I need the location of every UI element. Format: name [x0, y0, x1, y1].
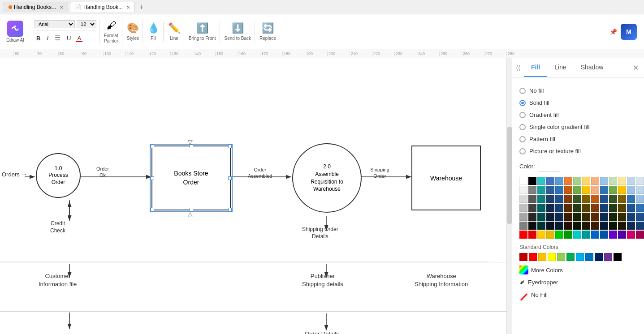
palette-cell[interactable]: [573, 222, 581, 230]
palette-cell[interactable]: [591, 177, 599, 185]
palette-cell[interactable]: [591, 222, 599, 230]
palette-cell[interactable]: [591, 231, 599, 239]
palette-cell[interactable]: [600, 177, 608, 185]
palette-cell[interactable]: [528, 222, 536, 230]
palette-cell[interactable]: [618, 186, 626, 194]
bring-to-front-section[interactable]: ⬆️ Bring to Front: [185, 21, 220, 43]
warehouse-node[interactable]: Warehouse: [411, 146, 481, 210]
palette-cell[interactable]: [618, 177, 626, 185]
tab-1-close[interactable]: ✕: [60, 5, 63, 10]
palette-cell[interactable]: [600, 222, 608, 230]
palette-cell[interactable]: [528, 195, 536, 203]
palette-cell[interactable]: [573, 195, 581, 203]
palette-cell[interactable]: [537, 177, 545, 185]
palette-cell[interactable]: [582, 213, 590, 221]
palette-cell[interactable]: [600, 213, 608, 221]
palette-cell[interactable]: [627, 213, 635, 221]
panel-expand-icon[interactable]: ⟨⟨: [512, 60, 524, 76]
send-to-back-section[interactable]: ⬇️ Send to Back: [221, 21, 255, 43]
more-colors-row[interactable]: More Colors: [519, 265, 637, 274]
palette-cell[interactable]: [564, 213, 572, 221]
panel-close-button[interactable]: ✕: [627, 60, 644, 76]
palette-cell[interactable]: [537, 231, 545, 239]
palette-cell[interactable]: [546, 213, 554, 221]
palette-cell[interactable]: [555, 195, 563, 203]
palette-cell[interactable]: [609, 195, 617, 203]
fill-option-no-fill[interactable]: No fill: [519, 85, 637, 97]
palette-cell[interactable]: [618, 222, 626, 230]
palette-cell[interactable]: [636, 195, 644, 203]
palette-cell[interactable]: [627, 222, 635, 230]
no-fill-radio[interactable]: [519, 88, 526, 94]
palette-cell[interactable]: [555, 186, 563, 194]
palette-cell[interactable]: [609, 177, 617, 185]
palette-cell[interactable]: [528, 177, 536, 185]
standard-color-cell[interactable]: [576, 253, 584, 261]
palette-cell[interactable]: [627, 204, 635, 212]
palette-cell[interactable]: [519, 213, 527, 221]
palette-cell[interactable]: [546, 177, 554, 185]
standard-color-cell[interactable]: [614, 253, 622, 261]
color-picker-box[interactable]: [539, 161, 560, 171]
palette-cell[interactable]: [564, 177, 572, 185]
styles-section[interactable]: 🎨 Styles: [123, 21, 143, 43]
palette-cell[interactable]: [519, 177, 527, 185]
palette-cell[interactable]: [591, 186, 599, 194]
fill-option-picture[interactable]: Picture or texture fill: [519, 145, 637, 157]
standard-color-cell[interactable]: [557, 253, 565, 261]
palette-cell[interactable]: [546, 195, 554, 203]
palette-cell[interactable]: [555, 213, 563, 221]
fill-option-single-gradient[interactable]: Single color gradient fill: [519, 121, 637, 133]
books-store-node[interactable]: Books StoreOrder ▽ △: [151, 146, 231, 210]
vertical-scrollbar[interactable]: [506, 58, 512, 334]
eyedropper-row[interactable]: ✒ Eyedropper: [519, 278, 637, 287]
palette-cell[interactable]: [537, 195, 545, 203]
palette-cell[interactable]: [618, 231, 626, 239]
standard-color-cell[interactable]: [529, 253, 537, 261]
palette-cell[interactable]: [609, 222, 617, 230]
standard-color-cell[interactable]: [604, 253, 612, 261]
palette-cell[interactable]: [591, 204, 599, 212]
solid-fill-radio[interactable]: [519, 100, 526, 106]
tab-2-close[interactable]: ✕: [126, 5, 130, 10]
palette-cell[interactable]: [636, 231, 644, 239]
palette-cell[interactable]: [582, 177, 590, 185]
palette-cell[interactable]: [618, 195, 626, 203]
palette-cell[interactable]: [636, 222, 644, 230]
palette-cell[interactable]: [609, 204, 617, 212]
palette-cell[interactable]: [609, 186, 617, 194]
palette-cell[interactable]: [537, 186, 545, 194]
tab-2[interactable]: 📄 Handling Book... ✕: [70, 2, 135, 12]
palette-cell[interactable]: [555, 204, 563, 212]
palette-cell[interactable]: [519, 195, 527, 203]
palette-cell[interactable]: [573, 186, 581, 194]
palette-cell[interactable]: [528, 213, 536, 221]
standard-color-cell[interactable]: [548, 253, 556, 261]
fill-section[interactable]: 💧 Fill: [144, 21, 164, 43]
underline-button[interactable]: U: [65, 34, 73, 43]
font-color-button[interactable]: A: [75, 34, 83, 43]
standard-color-cell[interactable]: [566, 253, 575, 261]
pattern-fill-radio[interactable]: [519, 136, 526, 142]
palette-cell[interactable]: [582, 186, 590, 194]
palette-cell[interactable]: [564, 204, 572, 212]
palette-cell[interactable]: [636, 204, 644, 212]
single-gradient-radio[interactable]: [519, 124, 526, 130]
palette-cell[interactable]: [573, 177, 581, 185]
palette-cell[interactable]: [564, 222, 572, 230]
process-order-node[interactable]: 1.0ProcessOrder: [36, 153, 81, 198]
palette-cell[interactable]: [537, 222, 545, 230]
assemble-node[interactable]: 2.0AssembleRequisition toWarehouse: [292, 143, 362, 213]
palette-cell[interactable]: [555, 222, 563, 230]
font-family-select[interactable]: ArialTimes New RomanCalibri: [35, 20, 75, 28]
fill-option-gradient[interactable]: Gradient fill: [519, 109, 637, 121]
canvas-area[interactable]: Orders → 1.0ProcessOrder OrderOk Books S…: [0, 58, 512, 334]
standard-color-cell[interactable]: [519, 253, 527, 261]
standard-color-cell[interactable]: [585, 253, 593, 261]
bold-button[interactable]: B: [35, 34, 42, 43]
palette-cell[interactable]: [546, 222, 554, 230]
palette-cell[interactable]: [591, 195, 599, 203]
tab-fill[interactable]: Fill: [524, 58, 547, 77]
palette-cell[interactable]: [537, 204, 545, 212]
replace-section[interactable]: 🔄 Replace: [256, 21, 280, 43]
